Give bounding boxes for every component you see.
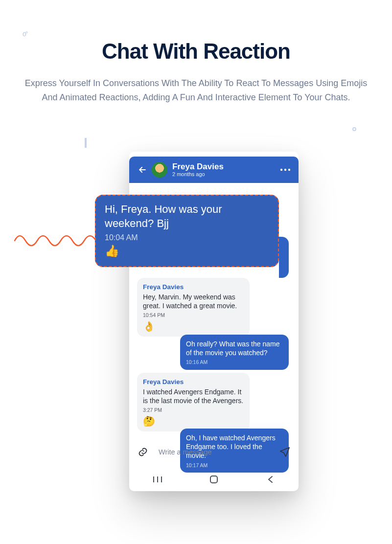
back-button[interactable] <box>136 163 149 176</box>
message-text: Hi, Freya. How was your weekend? Bjj <box>105 203 269 230</box>
svg-rect-6 <box>210 476 217 483</box>
contact-name: Freya Davies <box>172 162 279 172</box>
message-reaction[interactable]: 🤔 <box>143 415 244 428</box>
recents-button[interactable] <box>143 472 172 487</box>
message-sender: Freya Davies <box>143 283 244 292</box>
message-text: I watched Avengers Endgame. It is the la… <box>143 387 244 405</box>
header-info: Freya Davies 2 months ago <box>172 162 279 178</box>
sent-message-peek <box>279 237 289 278</box>
phone-mockup: Freya Davies 2 months ago Hi, Freya. How… <box>129 152 299 491</box>
message-input[interactable] <box>159 448 269 456</box>
received-message[interactable]: Freya Davies Hey, Marvin. My weekend was… <box>137 278 250 337</box>
svg-point-0 <box>280 169 282 171</box>
svg-point-2 <box>288 169 290 171</box>
message-reaction[interactable]: 👍 <box>105 244 269 258</box>
message-sender: Freya Davies <box>143 378 244 386</box>
squiggle-decoration <box>14 221 98 255</box>
android-navbar <box>129 468 299 491</box>
chat-body: Hi, Freya. How was your weekend? Bjj 10:… <box>129 183 299 437</box>
message-time: 10:04 AM <box>105 233 269 242</box>
more-button[interactable] <box>279 163 292 176</box>
back-nav-button[interactable] <box>255 472 285 487</box>
highlighted-message[interactable]: Hi, Freya. How was your weekend? Bjj 10:… <box>95 195 279 267</box>
avatar[interactable] <box>152 162 167 178</box>
home-button[interactable] <box>199 472 229 487</box>
message-time: 3:27 PM <box>143 407 244 414</box>
message-reaction[interactable]: 👌 <box>143 320 244 333</box>
page-title: Chat With Reaction <box>0 39 392 64</box>
last-seen: 2 months ago <box>172 171 279 177</box>
message-time: 10:54 PM <box>143 312 244 319</box>
sent-message[interactable]: Oh really? What was the name of the movi… <box>180 335 289 370</box>
chat-header: Freya Davies 2 months ago <box>129 157 299 183</box>
deco-dots: o° <box>23 30 27 38</box>
deco-bar <box>85 138 87 148</box>
message-input-bar <box>136 441 292 463</box>
message-text: Oh really? What was the name of the movi… <box>186 340 283 357</box>
attachment-button[interactable] <box>136 445 150 459</box>
received-message[interactable]: Freya Davies I watched Avengers Endgame.… <box>137 373 250 431</box>
page-subtitle: Express Yourself In Conversations With T… <box>20 76 372 105</box>
deco-circle <box>352 127 356 131</box>
message-text: Hey, Marvin. My weekend was great. I wat… <box>143 293 244 310</box>
send-button[interactable] <box>278 445 292 459</box>
message-time: 10:16 AM <box>186 359 283 366</box>
svg-point-1 <box>284 169 286 171</box>
